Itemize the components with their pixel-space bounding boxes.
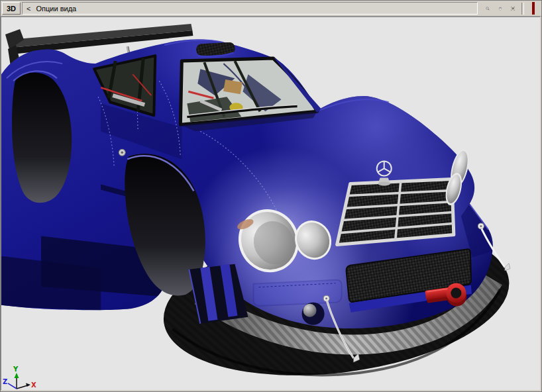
viewport-3d[interactable]: Y Z X <box>1 17 540 390</box>
axis-label-x: X <box>31 381 36 389</box>
axis-label-y: Y <box>13 366 19 373</box>
car-model <box>1 17 540 390</box>
axis-label-z: Z <box>3 378 7 385</box>
app-window: 3D < Опции вида <box>0 0 542 392</box>
pan-icon[interactable] <box>494 3 506 15</box>
model-canvas: Y Z X <box>1 17 540 390</box>
viewport-tools <box>482 3 540 15</box>
hood-pin-side <box>119 149 125 156</box>
view-toolbar: 3D < Опции вида <box>1 1 541 17</box>
toolbar-title: Опции вида <box>36 5 77 13</box>
toolbar-separator <box>521 3 524 15</box>
plate-recess <box>253 280 341 306</box>
view-options-panel: < Опции вида <box>22 2 478 15</box>
axis-triad: Y Z X <box>3 366 36 389</box>
stop-icon[interactable] <box>527 3 540 15</box>
front-grille <box>337 179 454 244</box>
rotate-icon[interactable] <box>507 3 519 15</box>
zoom-icon[interactable] <box>482 3 494 15</box>
collapse-options-button[interactable]: < <box>27 5 30 13</box>
fog-light-hole <box>302 303 325 325</box>
mode-3d-button[interactable]: 3D <box>2 2 21 15</box>
